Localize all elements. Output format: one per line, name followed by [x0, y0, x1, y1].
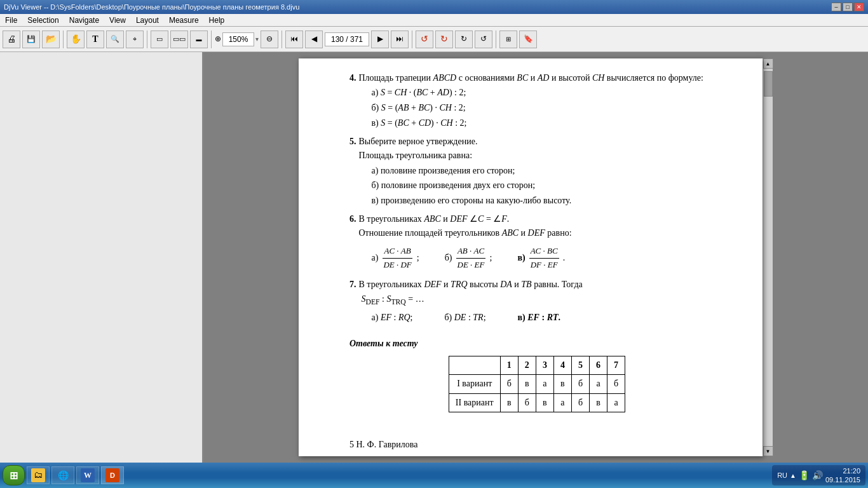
item6-options: а) AC · AB DE · DF ; б) [359, 245, 572, 272]
taskbar-file-manager[interactable]: 🗂 [27, 466, 50, 484]
pan-button[interactable]: ✋ [67, 30, 85, 48]
title-bar: DjVu Viewer -- D:\SysFolders\Desktop\Поу… [0, 0, 868, 14]
page-input[interactable] [325, 32, 369, 46]
separator6 [496, 30, 496, 48]
item6c-denominator: DF · EF [529, 259, 559, 272]
item6-content: В треугольниках ABC и DEF ∠C = ∠F. Отнош… [359, 212, 572, 271]
item5-sub: Площадь треугольника равна: [359, 149, 572, 163]
col-header-7: 7 [607, 356, 625, 374]
item4-content: Площадь трапеции ABCD с основаниями BC и… [359, 71, 703, 131]
zoom-in-cursor-button[interactable]: 🔍 [106, 30, 124, 48]
close-button[interactable]: ✕ [854, 3, 864, 11]
word-icon: W [81, 468, 95, 482]
item4-number: 4. [349, 71, 356, 131]
scroll-thumb[interactable] [764, 71, 773, 97]
col-header-6: 6 [590, 356, 607, 374]
rotate-cw[interactable]: ↻ [455, 30, 473, 48]
item5-number: 5. [349, 135, 356, 208]
item6b-semicolon: ; [490, 251, 492, 265]
item4a: а) S = CH · (BC + AD) : 2; [359, 85, 703, 100]
open-button[interactable]: 📂 [42, 30, 60, 48]
next-page-button[interactable]: ▶ [371, 30, 389, 48]
scroll-up-button[interactable]: ▲ [763, 58, 773, 69]
menu-file[interactable]: File [0, 14, 22, 26]
menu-layout[interactable]: Layout [131, 14, 164, 26]
fit-page-button[interactable]: ⊞ [499, 30, 517, 48]
taskbar-word[interactable]: W [76, 466, 99, 484]
separator5 [412, 30, 412, 48]
menu-navigate[interactable]: Navigate [64, 14, 104, 26]
taskbar-djvu[interactable]: D [101, 466, 124, 484]
text-button[interactable]: T [86, 30, 104, 48]
back-button[interactable]: ↺ [416, 30, 433, 48]
print-button[interactable]: 🖨 [3, 30, 20, 48]
item7-title: В треугольниках DEF и TRQ высоты DA и TB… [359, 278, 583, 292]
item6c-label: в) [517, 251, 525, 265]
item5-content: Выберите верное утверждение. Площадь тре… [359, 135, 572, 208]
taskbar: ⊞ 🗂 🌐 W D RU ▲ 🔋 🔊 21:2009.11.2015 [0, 463, 868, 488]
start-button[interactable]: ⊞ [3, 465, 25, 485]
item6a: а) AC · AB DE · DF ; [372, 245, 419, 272]
tray-arrow[interactable]: ▲ [790, 472, 796, 479]
maximize-button[interactable]: □ [843, 3, 853, 11]
col-header-1: 1 [500, 356, 518, 374]
table-header-row: 1 2 3 4 5 6 7 [449, 356, 625, 374]
row1-val4: в [553, 375, 571, 393]
save-button[interactable]: 💾 [22, 30, 40, 48]
col-header-label [449, 356, 500, 374]
menu-bar: File Selection Navigate View Layout Meas… [0, 14, 868, 27]
windows-icon: ⊞ [10, 470, 18, 482]
item7: 7. В треугольниках DEF и TRQ высоты DA и… [349, 278, 724, 325]
zoom-dropdown-arrow[interactable]: ▾ [255, 36, 259, 43]
menu-view[interactable]: View [104, 14, 131, 26]
forward-button[interactable]: ↻ [435, 30, 453, 48]
answers-section: Ответы к тесту 1 2 3 4 5 6 7 [349, 337, 724, 413]
system-tray: RU ▲ 🔋 🔊 21:2009.11.2015 [772, 465, 865, 485]
item6: 6. В треугольниках ABC и DEF ∠C = ∠F. От… [349, 212, 724, 271]
menu-measure[interactable]: Measure [164, 14, 204, 26]
col-header-5: 5 [571, 356, 589, 374]
item6a-numerator: AC · AB [383, 245, 412, 259]
first-page-button[interactable]: ⏮ [285, 30, 303, 48]
file-manager-icon: 🗂 [31, 468, 45, 482]
select-button[interactable]: ⌖ [126, 30, 144, 48]
separator4 [281, 30, 282, 48]
single-page-button[interactable]: ▭ [151, 30, 168, 48]
item5-title: Выберите верное утверждение. [359, 135, 572, 149]
two-page-button[interactable]: ▭▭ [170, 30, 188, 48]
tray-volume-icon: 🔊 [812, 470, 823, 480]
item6a-semicolon: ; [417, 251, 419, 265]
page-input-box [325, 32, 369, 46]
row2-val1: в [500, 393, 518, 412]
item6b-fraction: AB · AC DE · EF [456, 245, 486, 272]
scrollbar-right[interactable]: ▲ ▼ [763, 58, 773, 456]
strip-button[interactable]: ▬ [190, 30, 208, 48]
rotate-ccw[interactable]: ↺ [475, 30, 492, 48]
menu-selection[interactable]: Selection [22, 14, 64, 26]
main-area: 4. Площадь трапеции ABCD с основаниями B… [0, 52, 868, 463]
prev-page-button[interactable]: ◀ [305, 30, 323, 48]
row1-val2: в [518, 375, 536, 393]
taskbar-chrome[interactable]: 🌐 [51, 466, 74, 484]
item7-options: а) EF : RQ; б) DE : TR; в) EF : RT. [359, 311, 583, 325]
row1-val5: б [571, 375, 589, 393]
row2-val3: в [536, 393, 553, 412]
document-area: 4. Площадь трапеции ABCD с основаниями B… [203, 52, 868, 463]
last-page-button[interactable]: ⏭ [391, 30, 409, 48]
footnote: 5 Н. Ф. Гаврилова [349, 438, 724, 452]
table-row-1: I вариант б в а в б а б [449, 375, 625, 393]
zoom-out-button[interactable]: ⊖ [261, 30, 278, 48]
row2-val6: в [590, 393, 607, 412]
col-header-3: 3 [536, 356, 553, 374]
tray-language: RU [777, 471, 787, 479]
item5: 5. Выберите верное утверждение. Площадь … [349, 135, 724, 208]
window-controls: – □ ✕ [831, 3, 864, 11]
col-header-4: 4 [553, 356, 571, 374]
menu-help[interactable]: Help [204, 14, 230, 26]
row2-label: II вариант [449, 393, 500, 412]
zoom-input[interactable] [222, 32, 254, 46]
scroll-down-button[interactable]: ▼ [763, 446, 773, 456]
row1-label: I вариант [449, 375, 500, 393]
minimize-button[interactable]: – [831, 3, 841, 11]
bookmarks-button[interactable]: 🔖 [519, 30, 537, 48]
